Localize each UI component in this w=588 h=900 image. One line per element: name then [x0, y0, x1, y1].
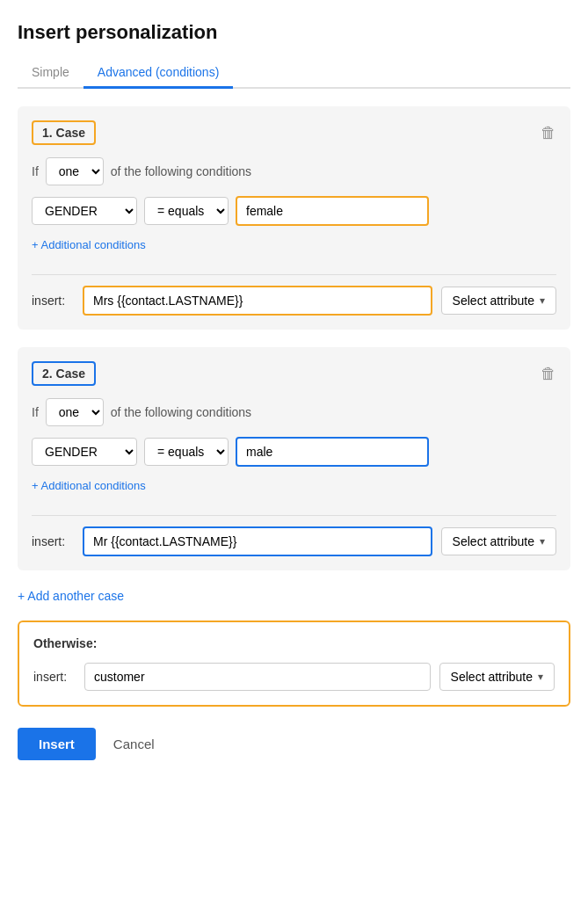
case-1-equals-select[interactable]: = equals	[144, 197, 229, 225]
case-1-of-label: of the following conditions	[111, 164, 251, 178]
tab-advanced[interactable]: Advanced (conditions)	[83, 58, 234, 89]
case-1-if-label: If	[32, 164, 39, 178]
case-2-if-label: If	[32, 405, 39, 419]
case-1-if-row: If one of the following conditions	[32, 157, 556, 185]
case-1-attribute-select[interactable]: GENDER	[32, 197, 137, 225]
otherwise-insert-input[interactable]	[84, 663, 431, 691]
case-1-label: 1. Case	[32, 120, 96, 145]
case-2-divider	[32, 515, 556, 516]
case-2-of-label: of the following conditions	[111, 405, 251, 419]
case-1-value-input[interactable]	[236, 196, 429, 226]
case-2-add-conditions[interactable]: + Additional conditions	[32, 479, 146, 492]
case-2-value-input[interactable]	[236, 437, 429, 467]
case-2-label: 2. Case	[32, 361, 96, 386]
case-2-if-row: If one of the following conditions	[32, 398, 556, 426]
otherwise-title: Otherwise:	[33, 636, 555, 650]
add-case-link[interactable]: + Add another case	[18, 589, 124, 603]
tabs: Simple Advanced (conditions)	[18, 58, 570, 89]
otherwise-insert-label: insert:	[33, 670, 76, 684]
otherwise-insert-row: insert: Select attribute	[33, 663, 555, 691]
insert-button[interactable]: Insert	[18, 728, 96, 760]
case-1-insert-row: insert: Select attribute	[32, 286, 556, 316]
case-2-delete-icon[interactable]: 🗑	[541, 365, 556, 383]
case-2-insert-input[interactable]	[83, 526, 432, 556]
cancel-button[interactable]: Cancel	[110, 728, 158, 760]
case-2-select-attr-button[interactable]: Select attribute	[441, 527, 556, 555]
case-1-divider	[32, 274, 556, 275]
case-2-attribute-select[interactable]: GENDER	[32, 438, 137, 466]
case-2-equals-select[interactable]: = equals	[144, 438, 229, 466]
otherwise-select-attr-button[interactable]: Select attribute	[439, 663, 555, 691]
case-1-delete-icon[interactable]: 🗑	[541, 124, 556, 142]
case-2-attribute-row: GENDER = equals	[32, 437, 556, 467]
otherwise-block: Otherwise: insert: Select attribute	[18, 621, 570, 707]
tab-simple[interactable]: Simple	[18, 58, 83, 89]
case-2-block: 2. Case 🗑 If one of the following condit…	[18, 347, 570, 570]
case-1-attribute-row: GENDER = equals	[32, 196, 556, 226]
case-1-header: 1. Case 🗑	[32, 120, 556, 145]
page-title: Insert personalization	[18, 21, 570, 44]
case-1-select-attr-button[interactable]: Select attribute	[441, 287, 556, 315]
case-1-insert-label: insert:	[32, 294, 74, 308]
case-2-insert-label: insert:	[32, 534, 74, 548]
action-row: Insert Cancel	[18, 728, 570, 760]
case-1-if-select[interactable]: one	[46, 157, 104, 185]
case-2-if-select[interactable]: one	[46, 398, 104, 426]
case-2-header: 2. Case 🗑	[32, 361, 556, 386]
case-1-block: 1. Case 🗑 If one of the following condit…	[18, 106, 570, 330]
case-1-insert-input[interactable]	[83, 286, 432, 316]
case-1-add-conditions[interactable]: + Additional conditions	[32, 238, 146, 251]
case-2-insert-row: insert: Select attribute	[32, 526, 556, 556]
